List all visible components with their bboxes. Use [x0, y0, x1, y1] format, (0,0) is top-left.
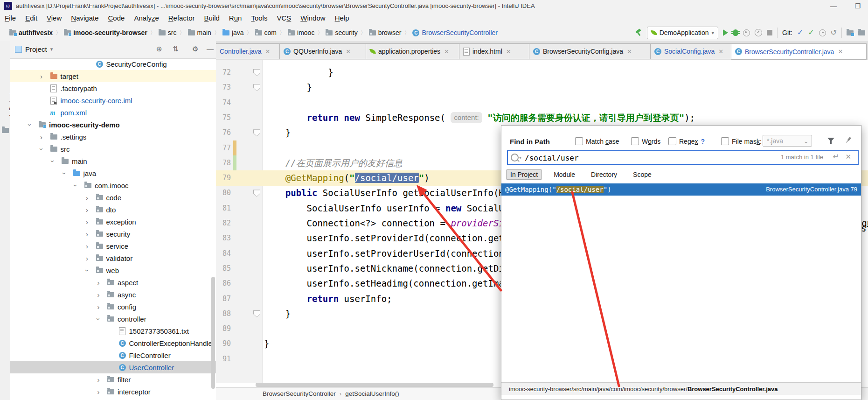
breadcrumb-item-browsersecuritycontroller[interactable]: CBrowserSecurityController [411, 29, 499, 36]
tree-item-securitycoreconfig[interactable]: CSecurityCoreConfig [10, 58, 216, 70]
tree-item-aspect[interactable]: ›aspect [10, 276, 216, 288]
file-mask-select[interactable]: *.java ⌄ [763, 135, 812, 147]
regex-help-link[interactable]: ? [701, 138, 705, 145]
menu-item-window[interactable]: Window [296, 12, 330, 24]
chevron-right-icon[interactable]: › [84, 206, 90, 214]
breadcrumb-method[interactable]: getSocialUserInfo() [345, 390, 399, 397]
option-match-case[interactable]: Match case [575, 137, 619, 145]
tree-item-filter[interactable]: ›filter [10, 373, 216, 386]
tree-item-code[interactable]: ›code [10, 191, 216, 204]
fold-marker-icon[interactable] [253, 69, 260, 76]
checkbox[interactable] [721, 137, 729, 145]
search-result-row[interactable]: @GetMapping("/social/user") BrowserSecur… [501, 183, 861, 196]
chevron-right-icon[interactable]: › [84, 242, 90, 250]
breadcrumb-item-src[interactable]: src [158, 29, 178, 36]
tree-item-.factorypath[interactable]: .factorypath [10, 82, 216, 94]
build-project-icon[interactable] [635, 29, 642, 36]
tree-item-1502737350361.txt[interactable]: 1502737350361.txt [10, 325, 216, 337]
checkbox[interactable] [631, 137, 639, 145]
chevron-right-icon[interactable]: › [95, 388, 102, 396]
search-input[interactable]: ▾ /social/user 1 match in 1 file ↵ ✕ [507, 150, 859, 165]
tree-item-web[interactable]: ›web [10, 264, 216, 276]
editor-tab-application.properties[interactable]: application.properties✕ [366, 43, 459, 59]
menu-item-tools[interactable]: Tools [246, 12, 272, 24]
tree-item-.settings[interactable]: ›.settings [10, 131, 216, 143]
stop-button[interactable] [767, 30, 772, 35]
tree-item-java[interactable]: ›java [10, 167, 216, 179]
chevron-right-icon[interactable]: › [38, 133, 45, 141]
tree-item-com.imooc[interactable]: ›com.imooc [10, 179, 216, 191]
run-with-coverage-icon[interactable] [743, 29, 750, 36]
breadcrumb-class[interactable]: BrowserSecurityController [263, 390, 336, 397]
code-line-72[interactable]: 72 } [216, 65, 868, 80]
option-regex[interactable]: Regex? [668, 137, 705, 145]
close-tab-icon[interactable]: ✕ [718, 48, 723, 55]
breadcrumb-item-com[interactable]: com [254, 29, 278, 36]
chevron-down-icon[interactable]: › [83, 267, 91, 274]
close-tab-icon[interactable]: ✕ [346, 48, 351, 55]
editor-tab-qquserinfo.java[interactable]: CQQUserInfo.java✕ [280, 43, 366, 59]
tree-item-security[interactable]: ›security [10, 228, 216, 240]
hide-panel-icon[interactable]: — [207, 45, 214, 53]
collapse-all-icon[interactable]: ⇅ [173, 45, 179, 53]
chevron-right-icon[interactable]: › [84, 254, 90, 262]
editor-tab-index.html[interactable]: index.html✕ [459, 43, 529, 59]
chevron-right-icon[interactable]: › [95, 291, 102, 299]
close-tab-icon[interactable]: ✕ [627, 48, 632, 55]
project-tree-scrollbar[interactable] [211, 277, 215, 389]
breadcrumb-item-java[interactable]: java [222, 29, 245, 36]
run-configuration-select[interactable]: DemoApplication ▾ [647, 27, 718, 39]
tree-item-pom.xml[interactable]: mpom.xml [10, 106, 216, 119]
tree-item-config[interactable]: ›config [10, 301, 216, 313]
rollback-icon[interactable]: ↺ [831, 29, 837, 36]
checkbox[interactable] [668, 137, 676, 145]
debug-button[interactable] [733, 29, 738, 36]
editor-horizontal-scrollbar[interactable] [256, 383, 493, 387]
project-structure-icon[interactable] [847, 30, 854, 35]
chevron-down-icon[interactable]: › [72, 182, 80, 189]
chevron-down-icon[interactable]: › [26, 121, 34, 128]
tree-item-service[interactable]: ›service [10, 240, 216, 252]
chevron-right-icon[interactable]: › [95, 303, 102, 311]
scope-tab-directory[interactable]: Directory [587, 169, 621, 180]
run-button[interactable] [723, 29, 728, 36]
menu-item-navigate[interactable]: Navigate [66, 12, 103, 24]
filter-icon[interactable] [827, 137, 835, 145]
menu-item-run[interactable]: Run [224, 12, 247, 24]
breadcrumb-item-browser[interactable]: browser [368, 29, 403, 36]
scope-tab-scope[interactable]: Scope [629, 169, 656, 180]
menu-item-view[interactable]: View [42, 12, 66, 24]
maximize-button[interactable]: ❐ [847, 0, 868, 12]
code-line-73[interactable]: 73 } [216, 80, 868, 95]
scope-tab-in-project[interactable]: In Project [506, 169, 542, 180]
fold-marker-icon[interactable] [253, 310, 260, 317]
code-line-74[interactable]: 74 [216, 95, 868, 111]
chevron-right-icon[interactable]: › [95, 376, 102, 384]
close-tab-icon[interactable]: ✕ [265, 48, 271, 55]
option-file-mask-[interactable]: File mask: [721, 137, 762, 145]
gear-icon[interactable]: ⚙ [192, 45, 198, 53]
menu-item-code[interactable]: Code [104, 12, 130, 24]
menu-item-vcs[interactable]: VCS [272, 12, 296, 24]
tree-item-src[interactable]: ›src [10, 143, 216, 155]
chevron-right-icon[interactable]: › [84, 218, 90, 226]
tree-item-imooc-security-demo[interactable]: ›imooc-security-demo [10, 119, 216, 131]
tree-item-async[interactable]: ›async [10, 288, 216, 301]
settings-folder-icon[interactable] [858, 30, 865, 35]
breadcrumb-item-imooc-security-browser[interactable]: imooc-security-browser [63, 29, 148, 36]
editor-tab-socialconfig.java[interactable]: CSocialConfig.java✕ [651, 43, 731, 59]
menu-item-analyze[interactable]: Analyze [129, 12, 163, 24]
close-tab-icon[interactable]: ✕ [444, 48, 449, 55]
git-update-icon[interactable]: ✓ [797, 29, 803, 36]
menu-item-file[interactable]: File [0, 12, 21, 24]
editor-tab-browsersecurityconfig.java[interactable]: CBrowserSecurityConfig.java✕ [529, 43, 651, 59]
fold-marker-icon[interactable] [253, 84, 260, 91]
chevron-right-icon[interactable]: › [38, 72, 45, 80]
tree-item-controllerexceptionhandler[interactable]: CControllerExceptionHandler [10, 337, 216, 349]
code-line-75[interactable]: 75 return new SimpleResponse( content: "… [216, 110, 868, 126]
breadcrumb-item-imooc[interactable]: imooc [287, 29, 315, 36]
editor-tab-controller.java[interactable]: Controller.java✕ [216, 43, 280, 59]
chevron-down-icon[interactable]: › [60, 170, 68, 176]
chevron-down-icon[interactable]: › [37, 146, 45, 152]
tree-item-exception[interactable]: ›exception [10, 216, 216, 228]
